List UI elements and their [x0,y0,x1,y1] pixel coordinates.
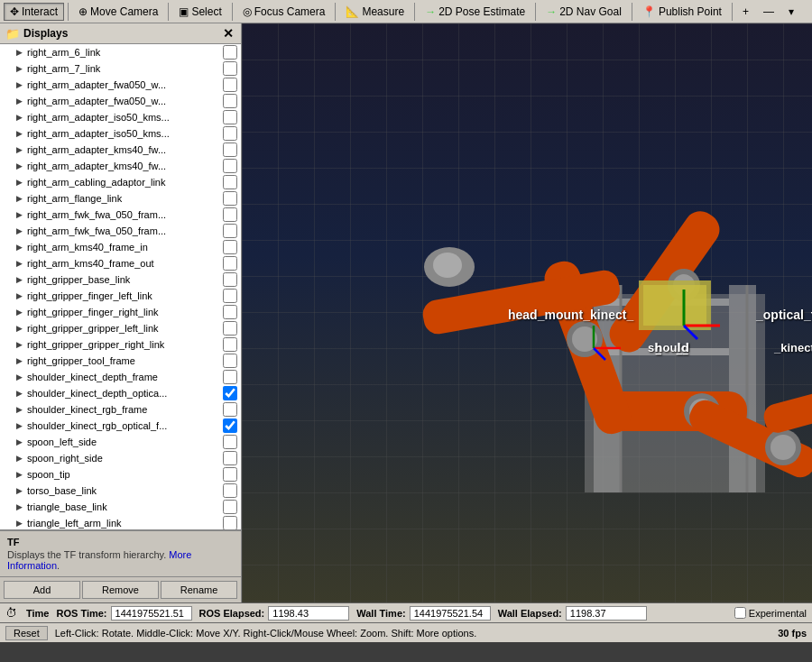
item-checkbox[interactable] [223,207,237,222]
rename-button[interactable]: Rename [161,581,237,599]
tree-item[interactable]: ▶torso_base_link [0,483,241,499]
item-checkbox[interactable] [223,289,237,303]
tree-item[interactable]: ▶right_gripper_finger_left_link [0,288,241,304]
nav-goal-button[interactable]: → 2D Nav Goal [540,3,628,21]
tree-item[interactable]: ▶spoon_tip [0,466,241,483]
tree-item[interactable]: ▶right_gripper_tool_frame [0,353,241,369]
add-button[interactable]: Add [4,581,80,599]
tree-item[interactable]: ▶right_arm_adapter_fwa050_w... [0,77,241,93]
item-checkbox[interactable] [223,418,237,433]
tree-item[interactable]: ▶shoulder_kinect_depth_frame [0,369,241,385]
interact-button[interactable]: ✥ Interact [4,3,64,21]
tree-item[interactable]: ▶right_gripper_gripper_right_link [0,336,241,353]
reset-button[interactable]: Reset [5,626,48,640]
move-camera-button[interactable]: ⊕ Move Camera [72,3,164,21]
item-checkbox[interactable] [223,386,237,400]
displays-list[interactable]: ▶right_arm_6_link▶right_arm_7_link▶right… [0,44,241,530]
displays-close-icon[interactable]: ✕ [221,26,235,41]
item-checkbox[interactable] [223,337,237,352]
tree-item[interactable]: ▶right_arm_cabling_adaptor_link [0,174,241,190]
tree-item[interactable]: ▶right_arm_kms40_frame_out [0,255,241,271]
tree-item[interactable]: ▶shoulder_kinect_depth_optica... [0,385,241,401]
item-checkbox[interactable] [223,240,237,254]
item-label: shoulder_kinect_rgb_optical_f... [27,420,221,431]
tree-item[interactable]: ▶right_gripper_base_link [0,271,241,288]
item-checkbox[interactable] [223,256,237,271]
remove-button[interactable]: Remove [82,581,159,599]
item-checkbox[interactable] [223,354,237,368]
viewport[interactable]: head_mount_kinect_ _optical_frame sh̲oul… [242,23,812,602]
tree-item[interactable]: ▶right_arm_adapter_fwa050_w... [0,93,241,109]
item-checkbox[interactable] [223,175,237,189]
tree-arrow: ▶ [16,113,27,122]
add-display-button[interactable]: + [736,3,755,21]
tree-item[interactable]: ▶shoulder_kinect_rgb_optical_f... [0,418,241,434]
item-checkbox[interactable] [223,110,237,124]
tree-item[interactable]: ▶triangle_base_link [0,499,241,515]
tree-item[interactable]: ▶spoon_left_side [0,434,241,450]
item-checkbox[interactable] [223,126,237,141]
wall-time-value: 1441975521.54 [410,606,491,621]
publish-point-icon: 📍 [642,5,656,18]
tree-item[interactable]: ▶triangle_left_arm_link [0,515,241,530]
item-checkbox[interactable] [223,61,237,76]
tree-arrow: ▶ [16,145,27,154]
item-checkbox[interactable] [223,224,237,238]
item-checkbox[interactable] [223,305,237,319]
tree-arrow: ▶ [16,389,27,398]
time-title: Time [26,608,49,619]
measure-button[interactable]: 📐 Measure [339,3,411,21]
chevron-button[interactable]: ▾ [782,3,800,21]
move-camera-label: Move Camera [90,5,158,18]
item-checkbox[interactable] [223,94,237,108]
tree-item[interactable]: ▶right_gripper_finger_right_link [0,304,241,320]
item-checkbox[interactable] [223,516,237,530]
toolbar-sep-1 [68,3,69,21]
publish-point-button[interactable]: 📍 Publish Point [636,3,728,21]
remove-display-button[interactable]: — [757,3,780,21]
item-checkbox[interactable] [223,321,237,336]
item-checkbox[interactable] [223,191,237,206]
tree-item[interactable]: ▶right_gripper_gripper_left_link [0,320,241,336]
item-checkbox[interactable] [223,451,237,465]
tree-item[interactable]: ▶spoon_right_side [0,450,241,466]
item-checkbox[interactable] [223,483,237,498]
ros-elapsed-value: 1198.43 [268,606,349,621]
item-checkbox[interactable] [223,143,237,157]
tree-arrow: ▶ [16,226,27,235]
item-label: right_arm_adapter_kms40_fw... [27,144,221,155]
tree-item[interactable]: ▶right_arm_adapter_kms40_fw... [0,158,241,174]
item-checkbox[interactable] [223,435,237,449]
tree-arrow: ▶ [16,421,27,430]
experimental-checkbox[interactable] [734,607,746,619]
tree-item[interactable]: ▶right_arm_fwk_fwa_050_fram... [0,223,241,239]
tree-item[interactable]: ▶right_arm_adapter_iso50_kms... [0,125,241,142]
tree-item[interactable]: ▶shoulder_kinect_rgb_frame [0,401,241,418]
item-checkbox[interactable] [223,45,237,60]
pose-estimate-button[interactable]: → 2D Pose Estimate [419,3,531,21]
publish-point-label: Publish Point [659,5,722,18]
svg-rect-24 [761,380,812,436]
tree-item[interactable]: ▶right_arm_flange_link [0,190,241,207]
tree-item[interactable]: ▶right_arm_6_link [0,44,241,60]
select-button[interactable]: ▣ Select [172,3,227,21]
item-checkbox[interactable] [223,159,237,173]
focus-camera-button[interactable]: ◎ Focus Camera [236,3,332,21]
tree-item[interactable]: ▶right_arm_fwk_fwa_050_fram... [0,207,241,223]
item-checkbox[interactable] [223,402,237,417]
tree-arrow: ▶ [16,454,27,463]
tf-title: TF [7,537,234,547]
item-checkbox[interactable] [223,78,237,92]
item-checkbox[interactable] [223,500,237,514]
tree-arrow: ▶ [16,161,27,170]
item-label: right_gripper_tool_frame [27,355,221,366]
item-label: spoon_right_side [27,453,221,464]
tree-item[interactable]: ▶right_arm_7_link [0,60,241,77]
item-checkbox[interactable] [223,272,237,287]
tree-item[interactable]: ▶right_arm_kms40_frame_in [0,239,241,255]
item-checkbox[interactable] [223,370,237,384]
tree-item[interactable]: ▶right_arm_adapter_kms40_fw... [0,142,241,158]
item-checkbox[interactable] [223,467,237,482]
item-label: right_arm_fwk_fwa_050_fram... [27,209,221,220]
tree-item[interactable]: ▶right_arm_adapter_iso50_kms... [0,109,241,125]
